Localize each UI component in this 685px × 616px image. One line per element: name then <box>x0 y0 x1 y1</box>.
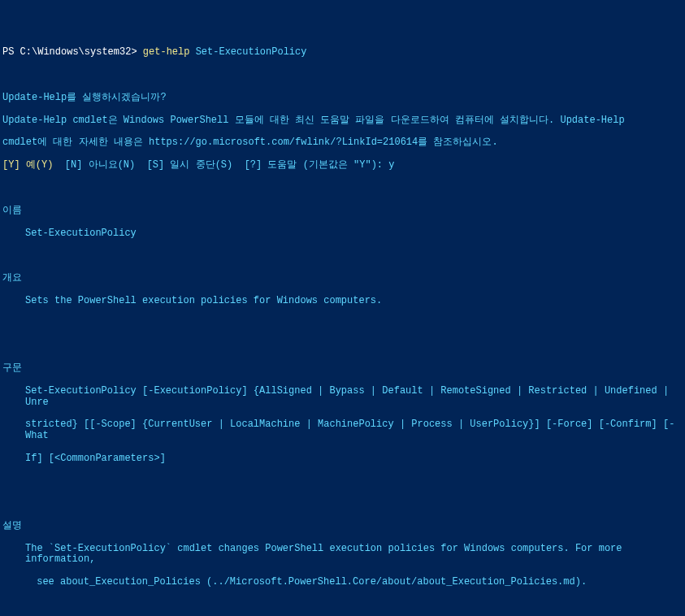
command-argument: Set-ExecutionPolicy <box>189 46 306 58</box>
update-help-text2: cmdlet에 대한 자세한 내용은 https://go.microsoft.… <box>2 137 683 149</box>
section-description-header: 설명 <box>2 521 683 532</box>
section-name-header: 이름 <box>2 206 683 217</box>
command-gethelp: get-help <box>143 46 190 58</box>
syntax-line3: If] [<CommonParameters>] <box>2 453 683 465</box>
prompt-line: PS C:\Windows\system32> get-help Set-Exe… <box>2 47 683 59</box>
section-name-value: Set-ExecutionPolicy <box>2 228 683 240</box>
desc-p1-l2: see about_Execution_Policies (../Microso… <box>2 577 683 588</box>
option-yes: [Y] 예(Y) <box>2 159 53 171</box>
terminal-output[interactable]: PS C:\Windows\system32> get-help Set-Exe… <box>2 47 683 616</box>
syntax-line1: Set-ExecutionPolicy [-ExecutionPolicy] {… <box>2 386 683 409</box>
update-help-title: Update-Help를 실행하시겠습니까? <box>2 93 683 104</box>
option-rest: [N] 아니요(N) [S] 일시 중단(S) [?] 도움말 (기본값은 "Y… <box>53 159 394 171</box>
section-syntax-header: 구문 <box>2 363 683 375</box>
update-help-text1: Update-Help cmdlet은 Windows PowerShell 모… <box>2 115 683 127</box>
prompt-path: PS C:\Windows\system32> <box>2 46 143 58</box>
section-synopsis-header: 개요 <box>2 273 683 284</box>
section-synopsis-value: Sets the PowerShell execution policies f… <box>2 296 683 307</box>
syntax-line2: stricted} [[-Scope] {CurrentUser | Local… <box>2 419 683 442</box>
confirm-options: [Y] 예(Y) [N] 아니요(N) [S] 일시 중단(S) [?] 도움말… <box>2 160 683 171</box>
desc-p1-l1: The `Set-ExecutionPolicy` cmdlet changes… <box>2 544 683 566</box>
